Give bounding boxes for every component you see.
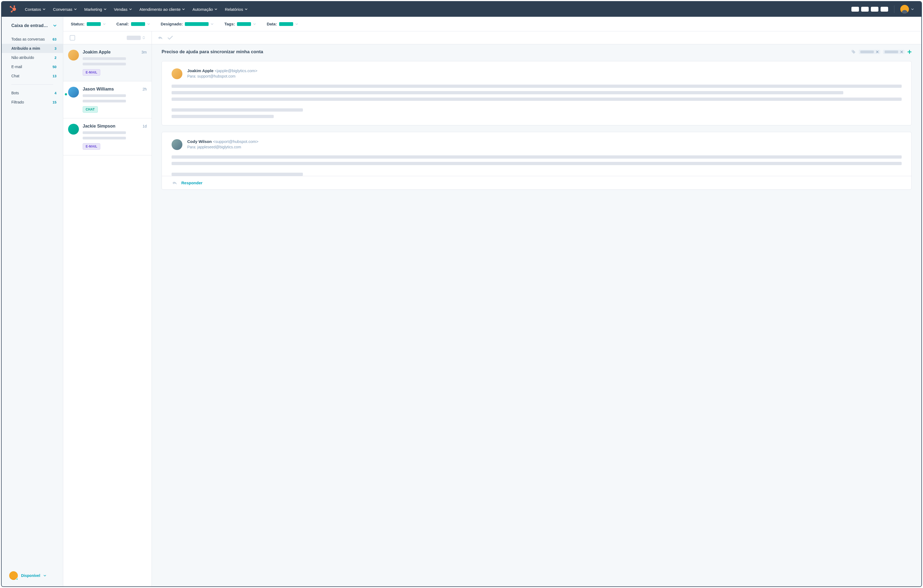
nav-icon-placeholder[interactable] (851, 7, 859, 11)
sidebar-item-filtered[interactable]: Filtrado15 (2, 97, 63, 107)
thread-list-header (63, 31, 151, 44)
top-nav: Contatos Conversas Marketing Vendas Aten… (2, 2, 921, 17)
nav-label: Atendimento ao cliente (140, 7, 181, 11)
nav-icon-placeholder[interactable] (861, 7, 869, 11)
reply-icon[interactable] (157, 35, 163, 40)
message-from: Joakim Apple <japple@biglytics.com> (187, 68, 258, 73)
sidebar-item-count: 3 (54, 46, 56, 51)
filter-bar: Status: Canal: Designado: Tags: Data: (63, 17, 921, 31)
thread-item[interactable]: Jackie Simpson1d E-MAIL (63, 118, 151, 155)
select-all-checkbox[interactable] (70, 35, 75, 41)
checkmark-icon[interactable] (168, 36, 173, 40)
chevron-down-icon (295, 23, 298, 25)
sidebar-item-label: Bots (11, 91, 19, 95)
chevron-down-icon (215, 8, 217, 10)
svg-point-7 (10, 6, 11, 7)
sidebar-item-chat[interactable]: Chat13 (2, 71, 63, 80)
sender-name: Cody Wilson (187, 139, 212, 144)
svg-line-6 (11, 7, 13, 9)
thread-time: 2h (142, 87, 147, 91)
contact-avatar (68, 124, 79, 135)
thread-item[interactable]: Jason Williams2h CHAT (63, 81, 151, 118)
presence-label: Disponível (21, 573, 40, 578)
conversation-detail: Preciso de ajuda para sincronizar minha … (152, 31, 921, 586)
nav-icon-placeholder[interactable] (871, 7, 879, 11)
preview-placeholder (83, 94, 126, 97)
thread-name: Joakim Apple (83, 50, 110, 54)
filter-label: Tags: (224, 21, 235, 26)
sidebar-list: Todas as conversas63 Atribuído a mim3 Nã… (2, 33, 63, 108)
message-to: Para: jappleseed@biglytics.com (187, 145, 259, 149)
chevron-down-icon (74, 8, 77, 10)
chevron-down-icon (253, 23, 256, 25)
preview-placeholder (83, 137, 126, 140)
thread-item[interactable]: Joakim Apple3m E-MAIL (63, 44, 151, 81)
sidebar-item-bots[interactable]: Bots4 (2, 89, 63, 97)
nav-label: Automação (192, 7, 213, 11)
preview-placeholder (83, 100, 126, 102)
filter-canal[interactable]: Canal: (117, 21, 150, 26)
filter-status[interactable]: Status: (71, 21, 106, 26)
user-avatar[interactable] (900, 5, 909, 13)
filter-label: Canal: (117, 21, 129, 26)
sidebar-item-all[interactable]: Todas as conversas63 (2, 34, 63, 44)
sidebar-item-unassigned[interactable]: Não atribuído2 (2, 53, 63, 62)
message-body-placeholder (172, 108, 303, 112)
sidebar-item-label: Filtrado (11, 100, 24, 104)
sidebar-item-assigned[interactable]: Atribuído a mim3 (2, 44, 63, 53)
sidebar-item-count: 13 (53, 74, 56, 78)
nav-automacao[interactable]: Automação (192, 7, 217, 11)
preview-placeholder (83, 131, 126, 134)
detail-toolbar (152, 31, 921, 44)
sidebar-item-email[interactable]: E-mail50 (2, 62, 63, 71)
sort-arrows-icon (142, 36, 145, 39)
close-icon[interactable] (900, 51, 903, 53)
chevron-down-icon (129, 8, 132, 10)
filter-value-placeholder (185, 22, 209, 26)
nav-vendas[interactable]: Vendas (114, 7, 132, 11)
message-header: Joakim Apple <japple@biglytics.com> Para… (172, 68, 902, 79)
tag-placeholder (860, 51, 874, 53)
nav-label: Conversas (53, 7, 72, 11)
sidebar-item-count: 63 (53, 37, 56, 41)
sender-address: <japple@biglytics.com> (215, 68, 258, 73)
chevron-down-icon (53, 25, 56, 27)
thread-time: 1d (142, 124, 147, 128)
nav-icon-placeholder[interactable] (880, 7, 888, 11)
channel-badge: E-MAIL (83, 69, 100, 76)
inbox-title: Caixa de entrada... (11, 23, 49, 28)
nav-relatorios[interactable]: Relatórios (225, 7, 248, 11)
tag-chip[interactable] (859, 50, 880, 54)
nav-conversas[interactable]: Conversas (53, 7, 77, 11)
nav-label: Marketing (84, 7, 102, 11)
inbox-selector[interactable]: Caixa de entrada... (2, 17, 63, 33)
message-body-placeholder (172, 155, 902, 159)
chevron-down-icon (104, 8, 107, 10)
hubspot-logo-icon[interactable] (9, 5, 17, 13)
sidebar-item-count: 50 (53, 65, 56, 69)
filter-data[interactable]: Data: (267, 21, 298, 26)
nav-contatos[interactable]: Contatos (25, 7, 45, 11)
svg-point-3 (14, 6, 15, 7)
filter-label: Designado: (161, 21, 183, 26)
chevron-down-icon (43, 575, 46, 577)
sidebar-item-count: 2 (54, 56, 56, 60)
tag-chip[interactable] (883, 50, 905, 54)
sender-avatar (172, 139, 182, 150)
chevron-down-icon[interactable] (911, 8, 914, 10)
filter-tags[interactable]: Tags: (224, 21, 256, 26)
filter-designado[interactable]: Designado: (161, 21, 214, 26)
sort-control[interactable] (127, 36, 145, 40)
sidebar-item-count: 15 (53, 100, 56, 104)
plus-icon[interactable] (907, 50, 912, 54)
tag-icon[interactable] (851, 49, 856, 54)
nav-marketing[interactable]: Marketing (84, 7, 107, 11)
message-body-placeholder (172, 91, 843, 94)
user-avatar (9, 571, 18, 580)
conversation-subject: Preciso de ajuda para sincronizar minha … (162, 49, 263, 54)
presence-selector[interactable]: Disponível (2, 565, 63, 586)
reply-footer[interactable]: Responder (162, 176, 912, 189)
sidebar: Caixa de entrada... Todas as conversas63… (2, 17, 63, 586)
close-icon[interactable] (876, 51, 879, 53)
nav-atendimento[interactable]: Atendimento ao cliente (140, 7, 185, 11)
